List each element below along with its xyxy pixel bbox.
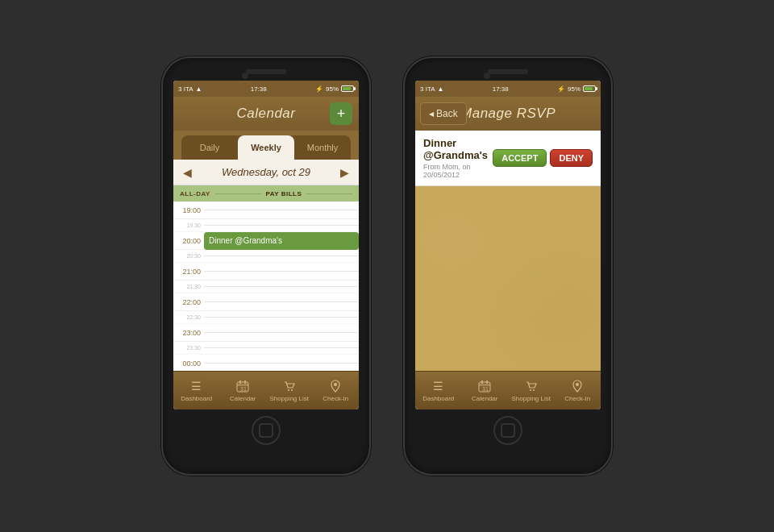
allday-label: ALL-DAY bbox=[180, 190, 210, 197]
battery-tip-1 bbox=[354, 87, 356, 90]
calendar-icon-2: 31 bbox=[476, 379, 493, 393]
home-button-2[interactable] bbox=[493, 416, 522, 445]
dashboard-icon-1: ☰ bbox=[188, 379, 206, 393]
tab-bar-2: ☰ Dashboard 31 Calendar bbox=[415, 371, 601, 409]
time-line-2300 bbox=[204, 332, 359, 333]
time-label-2030: 20:30 bbox=[173, 253, 204, 259]
time-slots: 19:00 19:30 20:00 Dinner @Grandma's 20:3… bbox=[173, 202, 359, 371]
phone-2: 3 ITA ▲ 17:38 ⚡ 95% Back Manage RSVP Din… bbox=[403, 56, 613, 476]
segment-inner: Daily Weekly Monthly bbox=[181, 135, 351, 160]
svg-point-7 bbox=[334, 383, 337, 386]
home-button-1[interactable] bbox=[252, 416, 281, 445]
time-row-2300: 23:00 bbox=[173, 324, 359, 342]
time-row-2130: 21:30 bbox=[173, 281, 359, 293]
time-1: 17:38 bbox=[251, 85, 267, 93]
time-row-1930: 19:30 bbox=[173, 219, 359, 232]
tab-dashboard-label-1: Dashboard bbox=[181, 395, 212, 402]
time-label-0000: 00:00 bbox=[173, 360, 204, 368]
battery-tip-2 bbox=[596, 87, 597, 90]
phone-camera-2 bbox=[484, 73, 490, 79]
add-event-button[interactable]: + bbox=[330, 102, 352, 125]
tab-dashboard-1[interactable]: ☰ Dashboard bbox=[173, 379, 220, 402]
home-button-inner-2 bbox=[501, 423, 515, 438]
allday-divider bbox=[215, 193, 261, 194]
time-line-1900 bbox=[204, 210, 359, 210]
segment-weekly[interactable]: Weekly bbox=[238, 135, 294, 160]
svg-text:31: 31 bbox=[240, 386, 247, 392]
allday-row: ALL-DAY PAY BILLS bbox=[173, 185, 359, 202]
tab-shopping-2[interactable]: Shopping List bbox=[508, 379, 555, 402]
svg-point-14 bbox=[533, 389, 535, 391]
tab-calendar-label-2: Calendar bbox=[472, 395, 497, 402]
deny-button[interactable]: DENY bbox=[550, 149, 593, 167]
tab-checkin-2[interactable]: Check-In bbox=[555, 379, 601, 402]
phone-camera bbox=[242, 73, 248, 79]
time-row-1900: 19:00 bbox=[173, 202, 359, 219]
time-label-1930: 19:30 bbox=[173, 222, 204, 228]
svg-point-13 bbox=[530, 389, 531, 391]
tab-calendar-label-1: Calendar bbox=[230, 395, 256, 402]
nav-bar-1: Calendar + bbox=[173, 97, 359, 131]
svg-text:31: 31 bbox=[482, 386, 489, 392]
segment-daily[interactable]: Daily bbox=[181, 135, 238, 160]
back-button[interactable]: Back bbox=[420, 102, 467, 125]
tab-bar-1: ☰ Dashboard 31 Calendar bbox=[173, 371, 359, 409]
dashboard-icon-2: ☰ bbox=[430, 379, 447, 393]
rsvp-background bbox=[415, 186, 601, 371]
date-navigator: ◀ Wednesday, oct 29 ▶ bbox=[173, 160, 359, 185]
time-label-2330: 23:30 bbox=[173, 345, 204, 351]
time-label-2200: 22:00 bbox=[173, 298, 204, 306]
tab-checkin-label-2: Check-In bbox=[564, 395, 590, 402]
tab-dashboard-2[interactable]: ☰ Dashboard bbox=[415, 379, 462, 402]
time-label-2230: 22:30 bbox=[173, 314, 204, 320]
time-label-2300: 23:00 bbox=[173, 329, 204, 337]
tab-shopping-1[interactable]: Shopping List bbox=[266, 379, 313, 402]
segment-monthly[interactable]: Monthly bbox=[294, 135, 351, 160]
phone-1: 3 ITA ▲ 17:38 ⚡ 95% Calendar + Daily Wee… bbox=[161, 56, 371, 476]
tab-checkin-label-1: Check-In bbox=[322, 395, 348, 402]
checkin-icon-1 bbox=[327, 379, 344, 393]
svg-point-15 bbox=[576, 383, 579, 386]
nav-title-1: Calendar bbox=[237, 106, 296, 122]
time-row-2330: 23:30 bbox=[173, 342, 359, 355]
shopping-icon-1 bbox=[281, 379, 298, 393]
tab-calendar-1[interactable]: 31 Calendar bbox=[220, 379, 267, 402]
time-line-2100 bbox=[204, 271, 359, 272]
status-bar-1: 3 ITA ▲ 17:38 ⚡ 95% bbox=[173, 81, 359, 97]
time-line-2330 bbox=[204, 347, 359, 348]
time-row-0000: 00:00 bbox=[173, 355, 359, 371]
battery-pct-2: 95% bbox=[568, 85, 580, 93]
allday-divider-2 bbox=[306, 193, 352, 194]
tab-calendar-2[interactable]: 31 Calendar bbox=[462, 379, 509, 402]
time-row-2200: 22:00 bbox=[173, 293, 359, 311]
phone-speaker bbox=[246, 69, 286, 74]
accept-button[interactable]: ACCEPT bbox=[493, 149, 547, 167]
phone-1-screen: 3 ITA ▲ 17:38 ⚡ 95% Calendar + Daily Wee… bbox=[173, 81, 359, 409]
rsvp-row: Dinner @Grandma's From Mom, on 20/05/201… bbox=[415, 131, 601, 186]
battery-fill-2 bbox=[585, 87, 593, 90]
allday-event[interactable]: PAY BILLS bbox=[266, 190, 302, 197]
rsvp-from: From Mom, on 20/05/2012 bbox=[423, 163, 493, 179]
time-label-2100: 21:00 bbox=[173, 268, 204, 276]
status-left-2: 3 ITA ▲ bbox=[420, 85, 443, 93]
time-line-2200 bbox=[204, 301, 359, 302]
time-line-2230 bbox=[204, 317, 359, 318]
status-left-1: 3 ITA ▲ bbox=[178, 85, 202, 93]
nav-title-2: Manage RSVP bbox=[460, 106, 556, 122]
prev-date-button[interactable]: ◀ bbox=[180, 163, 195, 182]
tab-checkin-1[interactable]: Check-In bbox=[313, 379, 360, 402]
status-right-2: ⚡ 95% bbox=[557, 85, 596, 93]
nav-bar-2: Back Manage RSVP bbox=[415, 97, 601, 131]
time-row-2230: 22:30 bbox=[173, 311, 359, 324]
time-line-0000 bbox=[204, 363, 359, 364]
next-date-button[interactable]: ▶ bbox=[337, 163, 352, 182]
segment-control: Daily Weekly Monthly bbox=[173, 131, 359, 160]
phone-speaker-2 bbox=[488, 69, 528, 74]
tab-dashboard-label-2: Dashboard bbox=[422, 395, 454, 402]
battery-pct-1: 95% bbox=[326, 85, 339, 93]
rsvp-buttons: ACCEPT DENY bbox=[493, 149, 593, 167]
home-button-inner-1 bbox=[259, 423, 273, 438]
svg-point-6 bbox=[291, 389, 293, 391]
event-dinner[interactable]: Dinner @Grandma's bbox=[204, 232, 359, 250]
shopping-icon-2 bbox=[522, 379, 540, 393]
